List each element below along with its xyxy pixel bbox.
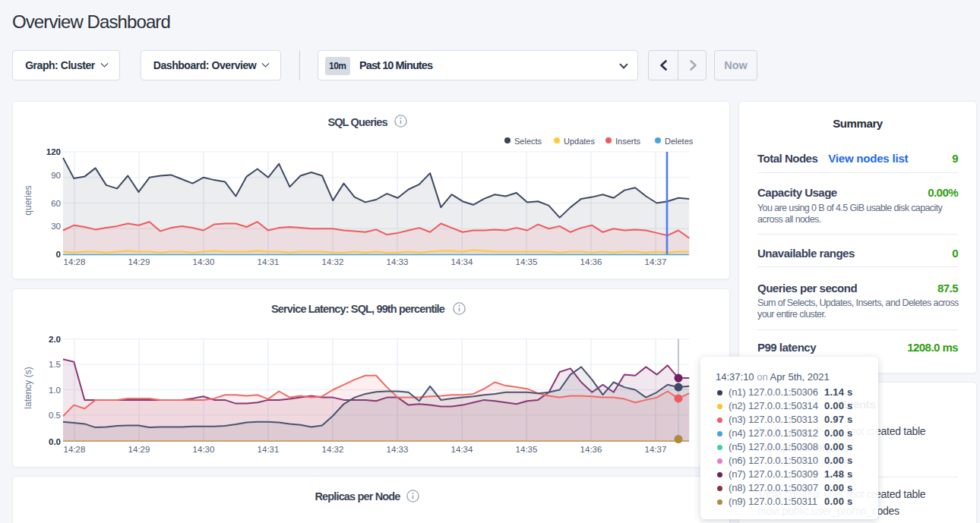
- svg-text:14:30: 14:30: [193, 445, 215, 454]
- svg-text:2.0: 2.0: [49, 335, 61, 344]
- svg-text:30: 30: [51, 222, 61, 231]
- svg-text:14:31: 14:31: [258, 445, 280, 454]
- svg-text:14:28: 14:28: [64, 445, 86, 454]
- svg-text:14:33: 14:33: [387, 257, 409, 266]
- svg-text:14:29: 14:29: [128, 445, 150, 454]
- svg-text:14:37: 14:37: [645, 257, 667, 266]
- svg-text:14:35: 14:35: [516, 257, 538, 266]
- svg-text:14:29: 14:29: [128, 257, 150, 266]
- svg-text:120: 120: [46, 147, 61, 156]
- svg-text:0.0: 0.0: [49, 437, 61, 446]
- svg-text:14:36: 14:36: [580, 445, 602, 454]
- svg-text:1.0: 1.0: [49, 386, 61, 395]
- svg-text:queries: queries: [23, 185, 33, 215]
- svg-text:14:37: 14:37: [645, 445, 667, 454]
- svg-text:14:31: 14:31: [258, 257, 280, 266]
- svg-text:latency (s): latency (s): [23, 367, 33, 408]
- svg-text:14:35: 14:35: [516, 445, 538, 454]
- svg-text:1.5: 1.5: [49, 360, 61, 369]
- svg-text:14:36: 14:36: [580, 257, 602, 266]
- svg-text:14:30: 14:30: [193, 257, 215, 266]
- svg-text:90: 90: [51, 171, 61, 180]
- svg-text:14:32: 14:32: [322, 445, 344, 454]
- svg-text:0.5: 0.5: [49, 411, 61, 420]
- svg-text:60: 60: [51, 199, 61, 208]
- svg-text:0: 0: [56, 250, 61, 259]
- svg-text:14:32: 14:32: [322, 257, 344, 266]
- svg-text:14:34: 14:34: [451, 445, 473, 454]
- svg-text:14:33: 14:33: [387, 445, 409, 454]
- svg-text:14:28: 14:28: [64, 257, 86, 266]
- svg-text:14:34: 14:34: [451, 257, 473, 266]
